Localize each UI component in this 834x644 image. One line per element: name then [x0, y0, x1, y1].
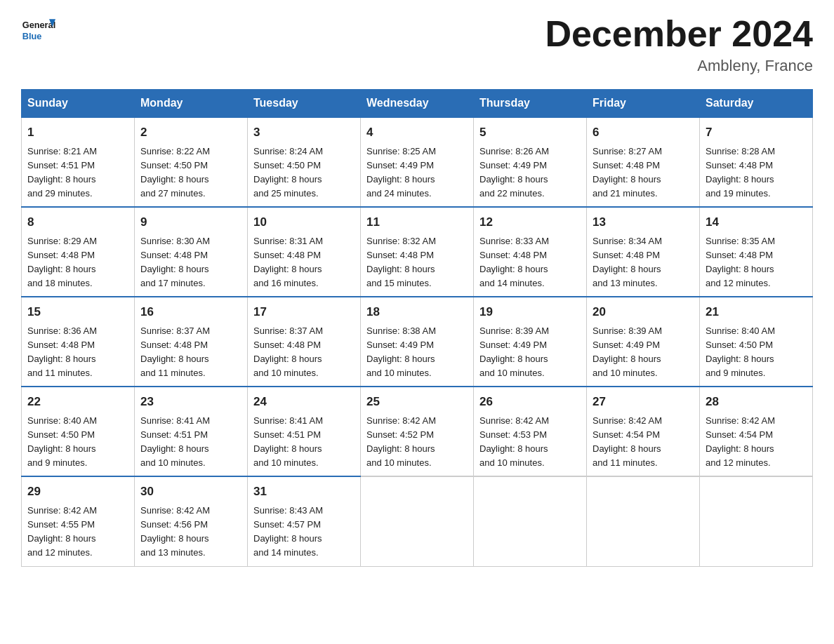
day-number: 15	[27, 303, 128, 321]
day-number: 21	[706, 303, 807, 321]
table-row: 16 Sunrise: 8:37 AMSunset: 4:48 PMDaylig…	[135, 297, 248, 387]
table-row: 28 Sunrise: 8:42 AMSunset: 4:54 PMDaylig…	[700, 387, 813, 476]
table-row: 27 Sunrise: 8:42 AMSunset: 4:54 PMDaylig…	[587, 387, 700, 476]
day-info: Sunrise: 8:37 AMSunset: 4:48 PMDaylight:…	[253, 326, 323, 378]
calendar-week-row: 15 Sunrise: 8:36 AMSunset: 4:48 PMDaylig…	[22, 297, 813, 387]
day-number: 9	[140, 213, 241, 232]
day-number: 31	[253, 483, 355, 501]
day-number: 12	[479, 213, 581, 232]
table-row: 11 Sunrise: 8:32 AMSunset: 4:48 PMDaylig…	[361, 207, 474, 297]
day-number: 19	[479, 303, 581, 321]
month-title: December 2024	[545, 14, 813, 54]
table-row	[587, 476, 700, 566]
day-number: 27	[593, 393, 694, 411]
calendar-table: Sunday Monday Tuesday Wednesday Thursday…	[21, 89, 813, 566]
col-tuesday: Tuesday	[248, 90, 361, 118]
day-info: Sunrise: 8:25 AMSunset: 4:49 PMDaylight:…	[366, 146, 436, 199]
day-number: 24	[253, 393, 355, 411]
col-friday: Friday	[587, 90, 700, 118]
day-info: Sunrise: 8:21 AMSunset: 4:51 PMDaylight:…	[27, 146, 97, 199]
day-info: Sunrise: 8:42 AMSunset: 4:54 PMDaylight:…	[593, 415, 662, 468]
table-row: 20 Sunrise: 8:39 AMSunset: 4:49 PMDaylig…	[587, 297, 700, 387]
table-row: 17 Sunrise: 8:37 AMSunset: 4:48 PMDaylig…	[248, 297, 361, 387]
day-info: Sunrise: 8:34 AMSunset: 4:48 PMDaylight:…	[593, 236, 662, 288]
day-number: 1	[27, 123, 128, 142]
table-row: 31 Sunrise: 8:43 AMSunset: 4:57 PMDaylig…	[248, 476, 361, 566]
day-info: Sunrise: 8:38 AMSunset: 4:49 PMDaylight:…	[366, 326, 436, 378]
page-header: General Blue December 2024 Ambleny, Fran…	[21, 14, 813, 75]
day-info: Sunrise: 8:36 AMSunset: 4:48 PMDaylight:…	[27, 326, 97, 378]
table-row: 24 Sunrise: 8:41 AMSunset: 4:51 PMDaylig…	[248, 387, 361, 476]
calendar-week-row: 1 Sunrise: 8:21 AMSunset: 4:51 PMDayligh…	[22, 117, 813, 207]
table-row: 9 Sunrise: 8:30 AMSunset: 4:48 PMDayligh…	[135, 207, 248, 297]
table-row: 21 Sunrise: 8:40 AMSunset: 4:50 PMDaylig…	[700, 297, 813, 387]
day-number: 11	[366, 213, 468, 232]
day-number: 6	[593, 123, 694, 142]
day-info: Sunrise: 8:28 AMSunset: 4:48 PMDaylight:…	[706, 146, 775, 199]
table-row: 26 Sunrise: 8:42 AMSunset: 4:53 PMDaylig…	[474, 387, 587, 476]
table-row: 22 Sunrise: 8:40 AMSunset: 4:50 PMDaylig…	[22, 387, 135, 476]
table-row	[361, 476, 474, 566]
table-row: 15 Sunrise: 8:36 AMSunset: 4:48 PMDaylig…	[22, 297, 135, 387]
day-info: Sunrise: 8:35 AMSunset: 4:48 PMDaylight:…	[706, 236, 775, 288]
location: Ambleny, France	[545, 57, 813, 75]
day-info: Sunrise: 8:32 AMSunset: 4:48 PMDaylight:…	[366, 236, 436, 288]
day-info: Sunrise: 8:37 AMSunset: 4:48 PMDaylight:…	[140, 326, 210, 378]
table-row: 8 Sunrise: 8:29 AMSunset: 4:48 PMDayligh…	[22, 207, 135, 297]
calendar-week-row: 22 Sunrise: 8:40 AMSunset: 4:50 PMDaylig…	[22, 387, 813, 476]
table-row: 5 Sunrise: 8:26 AMSunset: 4:49 PMDayligh…	[474, 117, 587, 207]
logo: General Blue	[21, 14, 56, 49]
table-row: 30 Sunrise: 8:42 AMSunset: 4:56 PMDaylig…	[135, 476, 248, 566]
day-info: Sunrise: 8:30 AMSunset: 4:48 PMDaylight:…	[140, 236, 210, 288]
day-info: Sunrise: 8:26 AMSunset: 4:49 PMDaylight:…	[479, 146, 549, 199]
day-number: 17	[253, 303, 355, 321]
day-info: Sunrise: 8:40 AMSunset: 4:50 PMDaylight:…	[706, 326, 775, 378]
day-info: Sunrise: 8:41 AMSunset: 4:51 PMDaylight:…	[140, 415, 210, 468]
table-row: 10 Sunrise: 8:31 AMSunset: 4:48 PMDaylig…	[248, 207, 361, 297]
table-row	[474, 476, 587, 566]
day-info: Sunrise: 8:29 AMSunset: 4:48 PMDaylight:…	[27, 236, 97, 288]
day-info: Sunrise: 8:24 AMSunset: 4:50 PMDaylight:…	[253, 146, 323, 199]
day-number: 18	[366, 303, 468, 321]
table-row: 7 Sunrise: 8:28 AMSunset: 4:48 PMDayligh…	[700, 117, 813, 207]
day-number: 10	[253, 213, 355, 232]
day-number: 22	[27, 393, 128, 411]
day-number: 23	[140, 393, 241, 411]
col-wednesday: Wednesday	[361, 90, 474, 118]
day-info: Sunrise: 8:40 AMSunset: 4:50 PMDaylight:…	[27, 415, 97, 468]
table-row: 23 Sunrise: 8:41 AMSunset: 4:51 PMDaylig…	[135, 387, 248, 476]
table-row: 18 Sunrise: 8:38 AMSunset: 4:49 PMDaylig…	[361, 297, 474, 387]
col-sunday: Sunday	[22, 90, 135, 118]
day-number: 8	[27, 213, 128, 232]
day-info: Sunrise: 8:42 AMSunset: 4:52 PMDaylight:…	[366, 415, 436, 468]
day-info: Sunrise: 8:42 AMSunset: 4:54 PMDaylight:…	[706, 415, 775, 468]
day-info: Sunrise: 8:31 AMSunset: 4:48 PMDaylight:…	[253, 236, 323, 288]
day-number: 4	[366, 123, 468, 142]
day-info: Sunrise: 8:42 AMSunset: 4:53 PMDaylight:…	[479, 415, 549, 468]
day-info: Sunrise: 8:42 AMSunset: 4:56 PMDaylight:…	[140, 505, 210, 558]
logo-icon: General Blue	[21, 14, 56, 49]
day-info: Sunrise: 8:41 AMSunset: 4:51 PMDaylight:…	[253, 415, 323, 468]
day-number: 5	[479, 123, 581, 142]
table-row: 4 Sunrise: 8:25 AMSunset: 4:49 PMDayligh…	[361, 117, 474, 207]
col-thursday: Thursday	[474, 90, 587, 118]
table-row: 13 Sunrise: 8:34 AMSunset: 4:48 PMDaylig…	[587, 207, 700, 297]
day-number: 16	[140, 303, 241, 321]
day-number: 13	[593, 213, 694, 232]
day-info: Sunrise: 8:27 AMSunset: 4:48 PMDaylight:…	[593, 146, 662, 199]
day-info: Sunrise: 8:39 AMSunset: 4:49 PMDaylight:…	[593, 326, 662, 378]
calendar-header-row: Sunday Monday Tuesday Wednesday Thursday…	[22, 90, 813, 118]
day-number: 25	[366, 393, 468, 411]
day-info: Sunrise: 8:33 AMSunset: 4:48 PMDaylight:…	[479, 236, 549, 288]
day-number: 20	[593, 303, 694, 321]
table-row: 29 Sunrise: 8:42 AMSunset: 4:55 PMDaylig…	[22, 476, 135, 566]
table-row: 6 Sunrise: 8:27 AMSunset: 4:48 PMDayligh…	[587, 117, 700, 207]
day-number: 3	[253, 123, 355, 142]
day-number: 7	[706, 123, 807, 142]
table-row	[700, 476, 813, 566]
table-row: 12 Sunrise: 8:33 AMSunset: 4:48 PMDaylig…	[474, 207, 587, 297]
day-number: 28	[706, 393, 807, 411]
table-row: 25 Sunrise: 8:42 AMSunset: 4:52 PMDaylig…	[361, 387, 474, 476]
table-row: 19 Sunrise: 8:39 AMSunset: 4:49 PMDaylig…	[474, 297, 587, 387]
calendar-week-row: 29 Sunrise: 8:42 AMSunset: 4:55 PMDaylig…	[22, 476, 813, 566]
